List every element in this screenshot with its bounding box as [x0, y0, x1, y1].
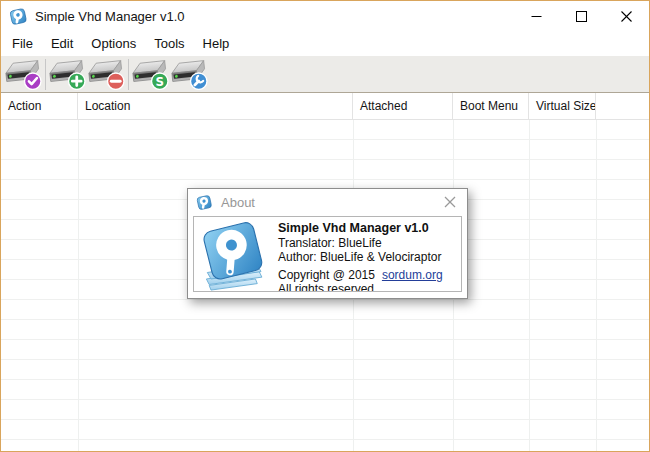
menubar: File Edit Options Tools Help: [1, 31, 649, 56]
about-text-block: Simple Vhd Manager v1.0 Translator: Blue…: [278, 217, 443, 291]
menu-file[interactable]: File: [3, 31, 42, 56]
about-rights: All rights reserved.: [278, 282, 443, 292]
about-translator: Translator: BlueLife: [278, 236, 443, 250]
menu-tools[interactable]: Tools: [145, 31, 193, 56]
about-app-logo: [194, 217, 278, 291]
column-header-attached[interactable]: Attached: [353, 93, 453, 119]
column-header-filler: [596, 93, 649, 119]
about-dialog-titlebar[interactable]: About: [188, 189, 467, 215]
disk-add-icon: [49, 58, 86, 90]
app-window: Simple Vhd Manager v1.0 File Edi: [0, 0, 650, 452]
close-icon: [444, 196, 456, 208]
column-header-virtual-size[interactable]: Virtual Size: [529, 93, 596, 119]
window-title: Simple Vhd Manager v1.0: [35, 9, 185, 24]
titlebar[interactable]: Simple Vhd Manager v1.0: [1, 1, 649, 31]
toolbar-separator: [45, 59, 46, 90]
grid-line: [596, 120, 597, 452]
column-header-action[interactable]: Action: [1, 93, 78, 119]
grid-line: [529, 120, 530, 452]
attach-vhd-button[interactable]: [4, 58, 43, 91]
disk-check-icon: [5, 58, 42, 90]
about-copyright: Copyright @ 2015: [278, 268, 375, 282]
grid-line: [78, 120, 79, 452]
disk-remove-icon: [88, 58, 125, 90]
about-copyright-row: Copyright @ 2015sordum.org: [278, 268, 443, 282]
menu-edit[interactable]: Edit: [42, 31, 82, 56]
minimize-button[interactable]: [514, 1, 559, 31]
sordum-link[interactable]: sordum.org: [382, 268, 443, 282]
vhd-disk-logo-icon: [198, 217, 274, 291]
about-app-name: Simple Vhd Manager v1.0: [278, 220, 443, 236]
attach-at-startup-button[interactable]: S: [131, 58, 170, 91]
maximize-button[interactable]: [559, 1, 604, 31]
menu-options[interactable]: Options: [82, 31, 145, 56]
detach-vhd-button[interactable]: [87, 58, 126, 91]
app-icon: [196, 194, 213, 211]
about-content-box: Simple Vhd Manager v1.0 Translator: Blue…: [193, 216, 462, 292]
menu-help[interactable]: Help: [194, 31, 239, 56]
close-button[interactable]: [604, 1, 649, 31]
about-dialog-title: About: [221, 195, 255, 210]
about-dialog: About: [187, 188, 468, 299]
add-vhd-button[interactable]: [48, 58, 87, 91]
toolbar: S: [1, 56, 649, 93]
about-close-button[interactable]: [441, 193, 459, 211]
disk-startup-icon: S: [132, 58, 169, 90]
list-header: Action Location Attached Boot Menu Virtu…: [1, 93, 649, 120]
minimize-icon: [531, 11, 542, 22]
about-author: Author: BlueLife & Velociraptor: [278, 250, 443, 264]
toolbar-separator: [128, 59, 129, 90]
svg-text:S: S: [156, 75, 165, 89]
tools-button[interactable]: [170, 58, 209, 91]
column-header-boot-menu[interactable]: Boot Menu: [453, 93, 529, 119]
maximize-icon: [576, 11, 587, 22]
app-icon: [9, 7, 28, 26]
disk-wrench-icon: [171, 58, 208, 90]
close-icon: [621, 11, 632, 22]
column-header-location[interactable]: Location: [78, 93, 353, 119]
window-controls: [514, 1, 649, 31]
